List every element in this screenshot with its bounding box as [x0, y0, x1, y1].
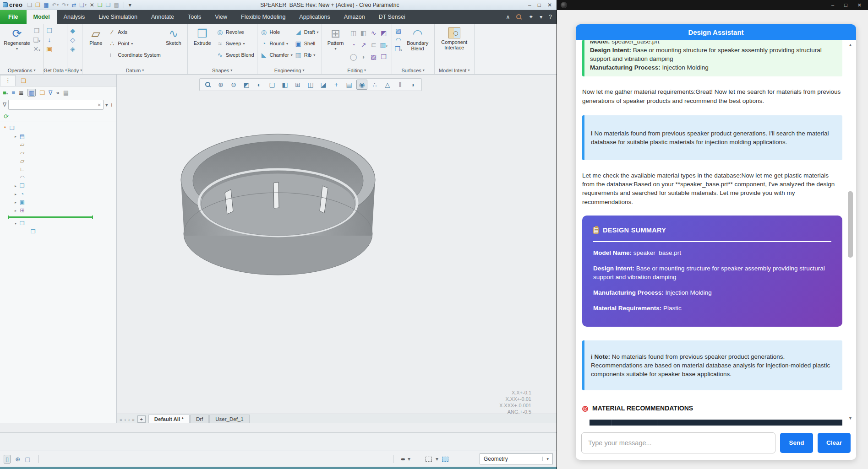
web-browser-icon[interactable]: ⊕	[15, 456, 20, 463]
show-tree-icon[interactable]: ■▾	[3, 89, 8, 96]
minimize-button[interactable]: –	[528, 2, 531, 8]
intersect-icon[interactable]: ◯	[350, 53, 357, 60]
model-tree-tab[interactable]: ⫶	[0, 75, 16, 86]
sessions-icon[interactable]: ❒	[106, 2, 111, 8]
shrinkwrap-icon[interactable]: ▣	[46, 45, 52, 53]
fill-icon[interactable]: ▨	[371, 53, 377, 60]
tab-model[interactable]: Model	[27, 10, 57, 24]
add-view-tab-button[interactable]: +	[137, 415, 146, 423]
coordinate-system-button[interactable]: ∟Coordinate System	[108, 50, 161, 60]
collapse-all-icon[interactable]: ≣	[19, 89, 24, 96]
scrollbar-thumb[interactable]	[848, 191, 853, 258]
folder-browser-tab[interactable]: ❏	[16, 75, 31, 86]
pause-icon[interactable]: ‖	[395, 80, 406, 90]
component-interface-button[interactable]: Component Interface	[437, 26, 471, 50]
regenerate-button[interactable]: ⟳ Regenerate ▾	[3, 26, 31, 51]
close-window-icon[interactable]: ✕	[90, 2, 94, 8]
show-annotations-icon[interactable]: ◉	[356, 80, 367, 90]
erase-display-icon[interactable]: ▤	[114, 2, 119, 8]
trim-icon[interactable]: ◧	[360, 29, 366, 37]
paste-icon[interactable]: ❏▾	[33, 36, 40, 43]
tab-applications[interactable]: Applications	[292, 10, 337, 24]
assistant-minimize-button[interactable]: –	[831, 2, 834, 8]
scroll-down-arrow[interactable]: ▼	[847, 416, 854, 422]
tree-doc-icon[interactable]: ▤	[63, 89, 69, 96]
expand-arrow[interactable]: ▸	[13, 192, 18, 196]
select-box-icon[interactable]	[426, 457, 432, 462]
view-tab-nav-arrow[interactable]: »	[132, 417, 135, 422]
capture-icon[interactable]: ⊞	[292, 80, 303, 90]
copy-icon[interactable]: ❐	[33, 27, 40, 34]
swept-blend-button[interactable]: ∿Swept Blend	[216, 50, 254, 60]
send-button[interactable]: Send	[780, 433, 813, 453]
group-label-body[interactable]: Body▾	[67, 66, 82, 74]
group-label-datum[interactable]: Datum▾	[82, 66, 187, 74]
solidify-icon[interactable]: ▥▾	[380, 41, 388, 49]
windows-icon[interactable]: ❑▾	[80, 2, 87, 8]
group-label-model-intent[interactable]: Model Intent▾	[435, 66, 474, 74]
close-button[interactable]: ✕	[547, 2, 552, 8]
annotations-icon[interactable]: ▤	[344, 80, 355, 90]
tab-analysis[interactable]: Analysis	[57, 10, 92, 24]
tab-annotate[interactable]: Annotate	[144, 10, 181, 24]
tree-search-input[interactable]: ✕	[8, 100, 104, 110]
tab-view[interactable]: View	[208, 10, 234, 24]
find-icon[interactable]: ●●	[401, 456, 404, 462]
group-label-editing[interactable]: Editing▾	[322, 66, 392, 74]
delete-icon[interactable]: ✕▾	[33, 45, 40, 53]
group-label-engineering[interactable]: Engineering▾	[257, 66, 322, 74]
model-player-icon[interactable]: ⇄	[72, 2, 76, 8]
rib-button[interactable]: ▥Rib▾	[295, 50, 319, 60]
command-search-icon[interactable]	[516, 14, 522, 20]
search-options-caret[interactable]: ▾	[105, 102, 108, 108]
tab-flexible-modeling[interactable]: Flexible Modeling	[234, 10, 292, 24]
repaint-icon[interactable]: ◩	[241, 80, 252, 90]
pattern-button[interactable]: ⊞ Pattern ▾	[325, 26, 347, 51]
group-label-shapes[interactable]: Shapes▾	[188, 66, 257, 74]
maximize-button[interactable]: □	[538, 2, 541, 8]
offset-icon[interactable]: ◔	[351, 41, 355, 49]
scroll-up-arrow[interactable]: ▲	[847, 43, 854, 49]
open-icon[interactable]: ❐	[35, 2, 40, 8]
group-label-surfaces[interactable]: Surfaces▾	[392, 66, 434, 74]
graphics-area[interactable]: ⊕⊖◩◐▢◧⊞◫◪+▤◉∴△‖◗ X.X+-0.1X.XX+-0.01X.XXX…	[117, 75, 557, 423]
selection-filter-dropdown[interactable]: Geometry ▾	[480, 453, 553, 464]
tree-item-pattern-1-of-profile-rib-1[interactable]: ▸⊞	[2, 206, 116, 215]
mirror-icon[interactable]: ◫	[350, 29, 356, 37]
tree-item-extrude-1[interactable]: ▸❒	[2, 182, 116, 190]
round-button[interactable]: ◔Round▾	[260, 38, 293, 49]
tree-filters-icon[interactable]: ∇	[49, 89, 53, 96]
assistant-close-button[interactable]: ✕	[857, 2, 862, 8]
perspective-icon[interactable]: △	[382, 80, 393, 90]
boundary-blend-button[interactable]: ◠ Boundary Blend	[404, 26, 431, 51]
select-caret[interactable]: ▾	[436, 456, 438, 462]
tree-columns-icon[interactable]: ▥	[27, 89, 36, 97]
group-label-operations[interactable]: Operations▾	[0, 66, 43, 74]
udf-library-icon[interactable]: ❒	[46, 27, 52, 34]
tree-item-round-1[interactable]: ▸◔	[2, 190, 116, 198]
assistant-maximize-button[interactable]: □	[844, 2, 847, 8]
tree-item-shell-1[interactable]: ▸▣	[2, 198, 116, 206]
insert-here-bar[interactable]	[2, 215, 116, 219]
display-style-icon[interactable]: ◫	[305, 80, 316, 90]
sweep-button[interactable]: ≈Sweep▾	[216, 38, 254, 49]
hole-button[interactable]: ◎Hole	[260, 27, 293, 37]
tree-item-design-items[interactable]: ▸▤	[2, 132, 116, 140]
tab-live-simulation[interactable]: Live Simulation	[92, 10, 144, 24]
tree-item-x[interactable]: ❒	[2, 227, 116, 236]
tree-item-sections[interactable]: ▾❒	[2, 219, 116, 227]
save-icon[interactable]: ▦	[44, 2, 49, 8]
blank-doc-icon[interactable]: ▢	[25, 456, 30, 463]
zoom-out-icon[interactable]: ⊖	[228, 80, 239, 90]
clear-button[interactable]: Clear	[818, 433, 851, 453]
point-button[interactable]: ∴Point▾	[108, 38, 161, 49]
expand-arrow[interactable]: ▸	[13, 200, 18, 205]
tree-item-prt_csys_def[interactable]: ∟	[2, 165, 116, 173]
body-boolean-icon[interactable]: ◈	[70, 45, 75, 53]
project-icon[interactable]: ↗	[361, 41, 366, 49]
import-icon[interactable]: ↓	[46, 36, 52, 43]
sketch-button[interactable]: ∿ Sketch	[163, 26, 185, 46]
clip-icon[interactable]: ◗	[408, 80, 419, 90]
refresh-tree-icon[interactable]: ⟳	[4, 113, 9, 120]
datum-display-icon[interactable]: +	[331, 80, 342, 90]
